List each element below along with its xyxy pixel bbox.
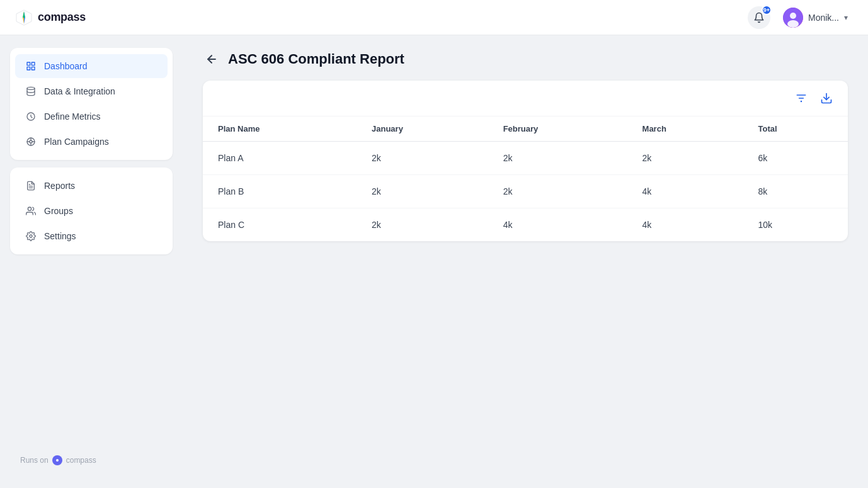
sidebar-item-data-integration[interactable]: Data & Integration [15, 79, 168, 103]
cell-plan-b-january: 2k [357, 175, 488, 208]
sidebar-item-groups[interactable]: Groups [15, 199, 168, 223]
svg-point-25 [56, 459, 59, 462]
cell-plan-a-january: 2k [357, 142, 488, 175]
table-row: Plan B 2k 2k 4k 8k [203, 175, 848, 208]
runs-on-label: Runs on [20, 456, 49, 465]
main-content: ASC 606 Compliant Report [183, 35, 868, 488]
report-table: Plan Name January February March Total P… [203, 116, 848, 241]
cell-plan-c-february: 4k [488, 208, 627, 242]
reports-icon [25, 180, 37, 191]
sidebar-group-2: Reports Groups [10, 167, 173, 254]
sidebar-label-define-metrics: Define Metrics [44, 111, 100, 122]
metrics-icon [25, 111, 37, 122]
page-title: ASC 606 Compliant Report [228, 51, 404, 67]
col-total: Total [743, 116, 848, 142]
sidebar-label-settings: Settings [44, 231, 76, 241]
topnav-right: 9+ Monik... ▾ [748, 5, 853, 30]
app-name: compass [38, 11, 86, 24]
col-plan-name: Plan Name [203, 116, 357, 142]
cell-plan-b-march: 4k [627, 175, 743, 208]
svg-rect-8 [31, 62, 35, 65]
col-march: March [627, 116, 743, 142]
table-header: Plan Name January February March Total [203, 116, 848, 142]
table-row: Plan C 2k 4k 4k 10k [203, 208, 848, 242]
svg-point-23 [30, 235, 32, 237]
download-icon [820, 92, 833, 105]
user-menu[interactable]: Monik... ▾ [778, 5, 853, 30]
cell-plan-a-total: 6k [743, 142, 848, 175]
avatar-image [783, 8, 803, 28]
cell-plan-a-march: 2k [627, 142, 743, 175]
svg-point-11 [27, 87, 35, 89]
filter-button[interactable] [792, 89, 810, 107]
dashboard-icon [25, 60, 37, 72]
page-header: ASC 606 Compliant Report [203, 50, 848, 68]
sidebar-item-define-metrics[interactable]: Define Metrics [15, 105, 168, 128]
back-button[interactable] [203, 50, 220, 68]
cell-plan-b-february: 2k [488, 175, 627, 208]
notification-button[interactable]: 9+ [748, 6, 770, 29]
sidebar-group-1: Dashboard Data & Integration Define M [10, 48, 173, 160]
cell-plan-c-march: 4k [627, 208, 743, 242]
sidebar-label-groups: Groups [44, 206, 73, 216]
compass-footer-icon [52, 455, 62, 465]
cell-plan-b-total: 8k [743, 175, 848, 208]
compass-logo-icon [15, 9, 33, 26]
cell-plan-b-name: Plan B [203, 175, 357, 208]
campaigns-icon [25, 136, 37, 147]
cell-plan-c-total: 10k [743, 208, 848, 242]
table-body: Plan A 2k 2k 2k 6k Plan B 2k 2k 4k 8k [203, 142, 848, 242]
database-icon [25, 86, 37, 97]
logo: compass [15, 9, 86, 26]
sidebar-label-dashboard: Dashboard [44, 61, 88, 71]
sidebar-item-settings[interactable]: Settings [15, 224, 168, 248]
user-avatar [783, 8, 803, 28]
notification-badge: 9+ [762, 5, 772, 15]
cell-plan-a-name: Plan A [203, 142, 357, 175]
groups-icon [25, 205, 37, 217]
settings-icon [25, 230, 37, 242]
cell-plan-a-february: 2k [488, 142, 627, 175]
sidebar-label-plan-campaigns: Plan Campaigns [44, 137, 109, 147]
sidebar-label-reports: Reports [44, 181, 75, 191]
svg-rect-10 [31, 67, 35, 70]
col-january: January [357, 116, 488, 142]
report-card: Plan Name January February March Total P… [203, 81, 848, 241]
svg-point-22 [28, 207, 31, 210]
runs-on: Runs on compass [10, 450, 173, 470]
topnav: compass 9+ Monik... ▾ [0, 0, 868, 35]
back-arrow-icon [205, 53, 218, 65]
report-toolbar [203, 81, 848, 116]
col-february: February [488, 116, 627, 142]
filter-icon [795, 92, 808, 105]
cell-plan-c-january: 2k [357, 208, 488, 242]
runs-on-brand: compass [66, 456, 96, 465]
sidebar-item-dashboard[interactable]: Dashboard [15, 54, 168, 78]
svg-rect-7 [27, 62, 30, 65]
sidebar-item-plan-campaigns[interactable]: Plan Campaigns [15, 130, 168, 154]
svg-rect-9 [27, 67, 30, 70]
chevron-down-icon: ▾ [844, 13, 848, 22]
sidebar-item-reports[interactable]: Reports [15, 174, 168, 198]
download-button[interactable] [818, 89, 835, 107]
sidebar-footer: Runs on compass [10, 445, 173, 475]
svg-point-5 [790, 13, 796, 19]
table-header-row: Plan Name January February March Total [203, 116, 848, 142]
layout: Dashboard Data & Integration Define M [0, 35, 868, 488]
svg-point-6 [787, 20, 799, 28]
cell-plan-c-name: Plan C [203, 208, 357, 242]
table-row: Plan A 2k 2k 2k 6k [203, 142, 848, 175]
user-name: Monik... [808, 13, 839, 23]
sidebar: Dashboard Data & Integration Define M [0, 35, 183, 488]
sidebar-label-data-integration: Data & Integration [44, 86, 115, 96]
